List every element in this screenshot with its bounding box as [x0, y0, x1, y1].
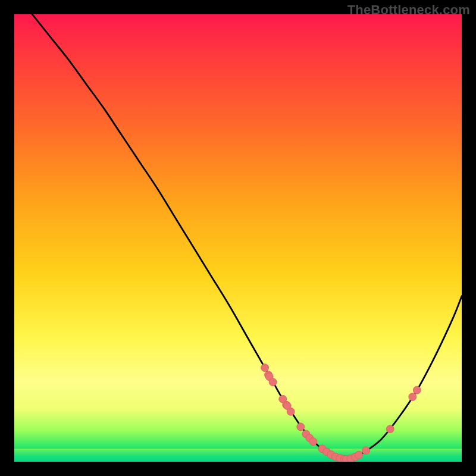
data-marker: [386, 425, 394, 433]
watermark-text: TheBottleneck.com: [347, 2, 470, 18]
data-marker: [297, 423, 305, 431]
data-marker: [287, 408, 295, 415]
bottleneck-curve: [32, 14, 462, 459]
data-marker: [355, 451, 363, 459]
marker-group: [261, 364, 421, 462]
data-marker: [413, 386, 421, 394]
curve-svg: [14, 14, 462, 462]
data-marker: [409, 393, 416, 400]
data-marker: [309, 438, 317, 446]
data-marker: [362, 447, 370, 455]
plot-area: [14, 14, 462, 462]
data-marker: [261, 364, 269, 372]
data-marker: [269, 378, 277, 386]
